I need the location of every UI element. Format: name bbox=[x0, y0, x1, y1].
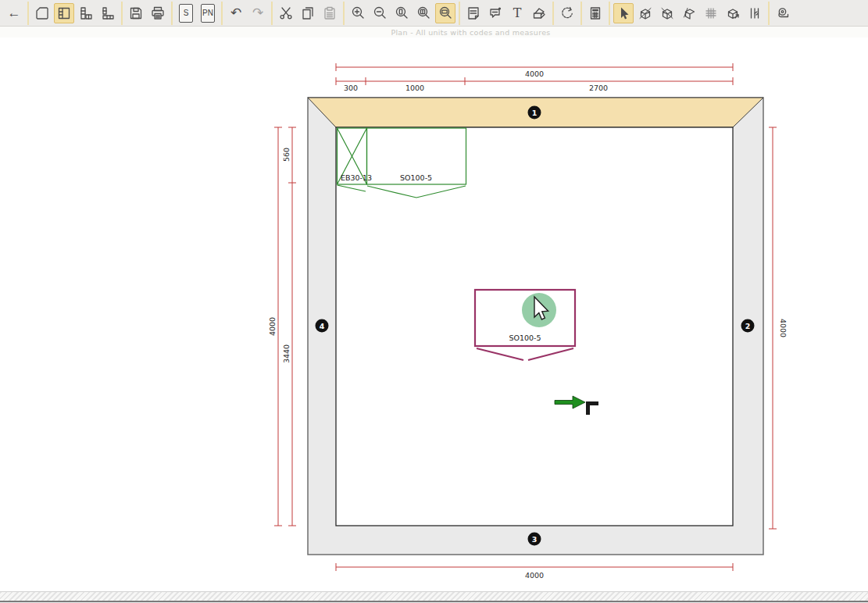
comment-icon bbox=[488, 5, 503, 21]
text-tool-icon: T bbox=[513, 7, 522, 20]
view-title-bar: Plan - All units with codes and measures bbox=[0, 27, 868, 38]
save-icon bbox=[128, 5, 144, 21]
tape-measure-button[interactable] bbox=[773, 3, 793, 23]
floor-plan-icon bbox=[56, 5, 72, 21]
grid-toggle-button[interactable] bbox=[701, 3, 721, 23]
redo-icon: ↷ bbox=[252, 6, 263, 20]
save-button[interactable] bbox=[126, 3, 146, 23]
dimension-bottom: 4000 bbox=[336, 563, 733, 580]
toolbar-separator bbox=[768, 2, 770, 25]
dim-left-seg1: 560 bbox=[282, 148, 291, 162]
zoom-fit-icon bbox=[438, 5, 453, 21]
panel-pn-button[interactable]: PN bbox=[198, 3, 218, 23]
wall-marker-3[interactable]: 3 bbox=[528, 533, 541, 546]
zoom-selection-button[interactable] bbox=[413, 3, 434, 23]
section-icon bbox=[100, 5, 116, 21]
undo-button[interactable]: ↶ bbox=[226, 3, 246, 23]
zoom-fit-button[interactable] bbox=[435, 3, 455, 23]
materials-button[interactable] bbox=[529, 3, 549, 23]
wall-marker-1[interactable]: 1 bbox=[528, 106, 541, 120]
status-bar-texture bbox=[0, 591, 868, 601]
copy-icon bbox=[300, 5, 316, 21]
view-title: Plan - All units with codes and measures bbox=[391, 28, 550, 37]
svg-text:3: 3 bbox=[532, 535, 538, 544]
toolbar-separator bbox=[552, 2, 554, 25]
dimension-left: 4000 560 3440 bbox=[268, 127, 296, 526]
note-icon bbox=[466, 5, 481, 21]
back-button[interactable]: ← bbox=[4, 3, 24, 23]
dim-left-total: 4000 bbox=[268, 317, 277, 336]
svg-text:2: 2 bbox=[745, 322, 751, 330]
zoom-selection-icon bbox=[416, 5, 431, 21]
unit-label-so100-top: SO100-5 bbox=[400, 173, 432, 182]
dim-top-seg3: 2700 bbox=[589, 84, 608, 92]
unit-measures-icon bbox=[725, 5, 741, 21]
select-cursor-button[interactable] bbox=[613, 3, 634, 23]
hide-unit-dimensions-icon bbox=[659, 5, 675, 21]
toolbar: ← S PN ↶ bbox=[0, 0, 868, 27]
dim-top-total: 4000 bbox=[525, 70, 544, 78]
zoom-in-icon bbox=[350, 5, 366, 21]
dim-top-seg2: 1000 bbox=[405, 84, 424, 92]
section-view-button[interactable] bbox=[98, 3, 118, 23]
calculator-icon bbox=[588, 5, 603, 21]
rotate-button[interactable] bbox=[557, 3, 577, 23]
redo-button[interactable]: ↷ bbox=[248, 3, 268, 23]
copy-button[interactable] bbox=[298, 3, 318, 23]
rotate-icon bbox=[559, 5, 575, 21]
paste-icon bbox=[322, 5, 338, 21]
hide-wall-dimensions-button[interactable] bbox=[635, 3, 655, 23]
elevation-icon bbox=[78, 5, 94, 21]
zoom-page-icon bbox=[394, 5, 409, 21]
hide-codes-button[interactable] bbox=[679, 3, 699, 23]
undo-icon: ↶ bbox=[230, 6, 241, 20]
toolbar-separator bbox=[271, 2, 273, 25]
unit-label-so100-selected: SO100-5 bbox=[509, 334, 541, 342]
hide-codes-icon bbox=[681, 5, 697, 21]
calculator-button[interactable] bbox=[585, 3, 605, 23]
plan-canvas[interactable]: 4000 300 1000 2700 4000 560 3440 4000 40… bbox=[0, 37, 868, 591]
unit-label-eb30: EB30-13 bbox=[341, 173, 372, 182]
paste-button[interactable] bbox=[320, 3, 340, 23]
hide-unit-dimensions-button[interactable] bbox=[657, 3, 677, 23]
toolbar-separator bbox=[459, 2, 460, 25]
room-perimeter-icon bbox=[34, 5, 50, 21]
pn-icon: PN bbox=[201, 4, 215, 23]
dimension-right: 4000 bbox=[769, 127, 788, 529]
toolbar-separator bbox=[27, 2, 29, 25]
s-icon: S bbox=[179, 4, 193, 23]
status-bar bbox=[0, 591, 868, 603]
elevation-view-button[interactable] bbox=[76, 3, 96, 23]
svg-text:1: 1 bbox=[532, 109, 538, 117]
zoom-page-button[interactable] bbox=[391, 3, 412, 23]
cut-icon bbox=[278, 5, 294, 21]
wall-marker-4[interactable]: 4 bbox=[316, 319, 329, 333]
zoom-out-icon bbox=[372, 5, 388, 21]
toolbar-separator bbox=[171, 2, 173, 25]
note-button[interactable] bbox=[463, 3, 484, 23]
tape-measure-icon bbox=[775, 5, 791, 21]
settings-s-button[interactable]: S bbox=[176, 3, 196, 23]
zoom-in-button[interactable] bbox=[348, 3, 368, 23]
back-icon: ← bbox=[8, 6, 21, 20]
room-perimeter-view-button[interactable] bbox=[32, 3, 52, 23]
comment-button[interactable] bbox=[485, 3, 505, 23]
toolbar-separator bbox=[343, 2, 345, 25]
parallel-dimensions-button[interactable] bbox=[745, 3, 765, 23]
toolbar-separator bbox=[580, 2, 582, 25]
dim-bottom-total: 4000 bbox=[525, 571, 544, 580]
print-icon bbox=[150, 5, 166, 21]
cut-button[interactable] bbox=[276, 3, 296, 23]
toolbar-separator bbox=[121, 2, 123, 25]
unit-measures-button[interactable] bbox=[723, 3, 743, 23]
toolbar-separator bbox=[221, 2, 223, 25]
print-button[interactable] bbox=[148, 3, 168, 23]
zoom-out-button[interactable] bbox=[370, 3, 390, 23]
floor-plan-view-button[interactable] bbox=[54, 3, 74, 23]
dim-top-seg1: 300 bbox=[344, 84, 358, 92]
svg-text:4: 4 bbox=[320, 322, 325, 330]
wall-marker-2[interactable]: 2 bbox=[741, 319, 755, 333]
materials-palette-icon bbox=[531, 5, 547, 21]
text-tool-button[interactable]: T bbox=[507, 3, 527, 23]
parallel-dimensions-icon bbox=[747, 5, 763, 21]
